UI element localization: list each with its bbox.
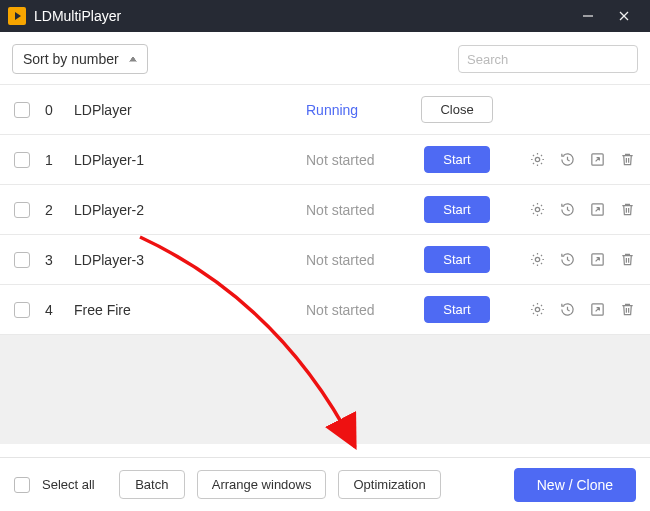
list-item: 2 LDPlayer-2 Not started Start (0, 184, 650, 234)
history-icon[interactable] (558, 201, 576, 219)
select-all-checkbox[interactable] (14, 477, 30, 493)
close-instance-button[interactable]: Close (421, 96, 492, 123)
svg-point-9 (535, 257, 539, 261)
search-input[interactable] (467, 52, 635, 67)
minimize-button[interactable] (570, 0, 606, 32)
start-instance-button[interactable]: Start (424, 296, 490, 323)
open-icon[interactable] (588, 201, 606, 219)
row-status: Not started (306, 252, 406, 268)
empty-area (0, 334, 650, 444)
row-checkbox[interactable] (14, 102, 30, 118)
select-all-label: Select all (42, 477, 95, 492)
list-item: 1 LDPlayer-1 Not started Start (0, 134, 650, 184)
toolbar: Sort by number (0, 32, 650, 84)
row-status: Running (306, 102, 406, 118)
row-checkbox[interactable] (14, 202, 30, 218)
list-item: 0 LDPlayer Running Close (0, 84, 650, 134)
row-index: 1 (42, 152, 56, 168)
gear-icon[interactable] (528, 151, 546, 169)
start-instance-button[interactable]: Start (424, 146, 490, 173)
svg-point-11 (535, 307, 539, 311)
trash-icon[interactable] (618, 251, 636, 269)
gear-icon[interactable] (528, 251, 546, 269)
app-logo-icon (8, 7, 26, 25)
row-status: Not started (306, 152, 406, 168)
trash-icon[interactable] (618, 201, 636, 219)
row-name: LDPlayer-2 (68, 202, 294, 218)
row-checkbox[interactable] (14, 302, 30, 318)
history-icon[interactable] (558, 301, 576, 319)
row-index: 0 (42, 102, 56, 118)
row-index: 4 (42, 302, 56, 318)
row-checkbox[interactable] (14, 252, 30, 268)
open-icon[interactable] (588, 151, 606, 169)
list-item: 3 LDPlayer-3 Not started Start (0, 234, 650, 284)
svg-point-7 (535, 207, 539, 211)
close-button[interactable] (606, 0, 642, 32)
arrange-windows-button[interactable]: Arrange windows (197, 470, 327, 499)
trash-icon[interactable] (618, 151, 636, 169)
optimization-button[interactable]: Optimization (338, 470, 440, 499)
window-title: LDMultiPlayer (34, 8, 570, 24)
row-name: LDPlayer (68, 102, 294, 118)
start-instance-button[interactable]: Start (424, 246, 490, 273)
row-name: Free Fire (68, 302, 294, 318)
trash-icon[interactable] (618, 301, 636, 319)
titlebar: LDMultiPlayer (0, 0, 650, 32)
gear-icon[interactable] (528, 201, 546, 219)
row-index: 2 (42, 202, 56, 218)
batch-button[interactable]: Batch (119, 470, 185, 499)
svg-point-5 (535, 157, 539, 161)
gear-icon[interactable] (528, 301, 546, 319)
list-item: 4 Free Fire Not started Start (0, 284, 650, 334)
search-box[interactable] (458, 45, 638, 73)
row-name: LDPlayer-1 (68, 152, 294, 168)
open-icon[interactable] (588, 251, 606, 269)
open-icon[interactable] (588, 301, 606, 319)
footer: Select all Batch Arrange windows Optimiz… (0, 457, 650, 511)
row-index: 3 (42, 252, 56, 268)
start-instance-button[interactable]: Start (424, 196, 490, 223)
history-icon[interactable] (558, 251, 576, 269)
new-clone-button[interactable]: New / Clone (514, 468, 636, 502)
row-status: Not started (306, 302, 406, 318)
history-icon[interactable] (558, 151, 576, 169)
row-name: LDPlayer-3 (68, 252, 294, 268)
row-status: Not started (306, 202, 406, 218)
row-checkbox[interactable] (14, 152, 30, 168)
sort-dropdown[interactable]: Sort by number (12, 44, 148, 74)
instance-list: 0 LDPlayer Running Close 1 LDPlayer-1 No… (0, 84, 650, 334)
